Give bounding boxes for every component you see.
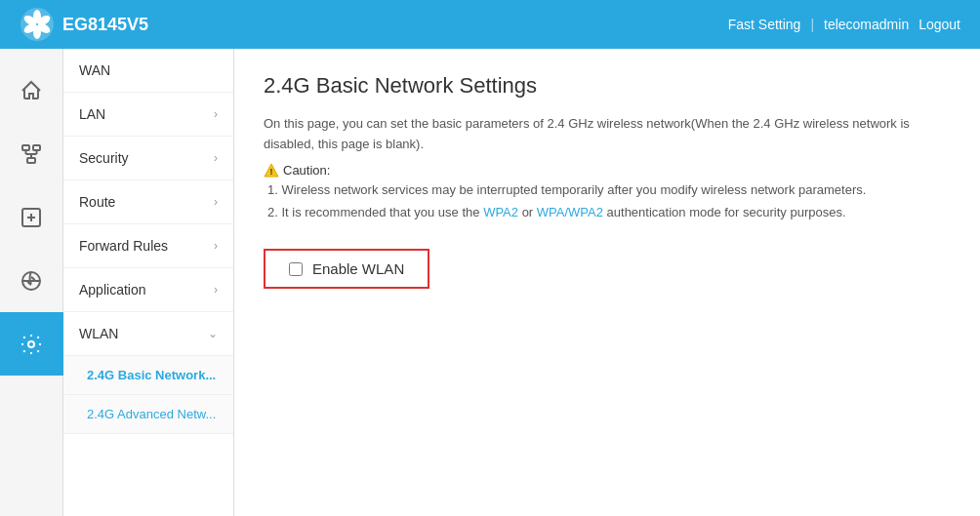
nav-item-forward-rules[interactable]: Forward Rules › bbox=[63, 224, 233, 268]
chevron-down-icon: › bbox=[214, 151, 218, 165]
nav-item-security[interactable]: Security › bbox=[63, 137, 233, 180]
svg-point-19 bbox=[28, 341, 34, 347]
fast-setting-link[interactable]: Fast Setting bbox=[728, 17, 801, 32]
username: telecomadmin bbox=[824, 17, 909, 32]
sidebar-icon-home[interactable] bbox=[0, 59, 63, 122]
nav-sub-label-2g-basic: 2.4G Basic Network... bbox=[87, 368, 216, 382]
caution-list: 1. Wireless network services may be inte… bbox=[267, 179, 951, 224]
enable-wlan-box[interactable]: Enable WLAN bbox=[264, 249, 429, 289]
caution-title: ! Caution: bbox=[264, 163, 951, 179]
chevron-up-icon: ⌄ bbox=[208, 327, 218, 340]
svg-text:!: ! bbox=[270, 167, 273, 177]
nav-sub-item-2g-basic[interactable]: 2.4G Basic Network... bbox=[63, 356, 233, 395]
caution-block: ! Caution: 1. Wireless network services … bbox=[264, 163, 951, 224]
header-divider: | bbox=[810, 17, 814, 32]
nav-item-lan[interactable]: LAN › bbox=[63, 93, 233, 137]
nav-sidebar: WAN LAN › Security › Route › Forward Rul… bbox=[63, 49, 234, 516]
huawei-logo-icon bbox=[20, 7, 55, 42]
header-right: Fast Setting | telecomadmin Logout bbox=[728, 17, 960, 32]
nav-sub-label-2g-advanced: 2.4G Advanced Netw... bbox=[87, 407, 216, 421]
sidebar-icon-monitor[interactable] bbox=[0, 249, 63, 312]
header: EG8145V5 Fast Setting | telecomadmin Log… bbox=[0, 0, 980, 49]
settings-icon bbox=[20, 333, 43, 356]
chevron-down-icon: › bbox=[214, 107, 218, 121]
sidebar-icon-network[interactable] bbox=[0, 122, 63, 185]
caution-label: Caution: bbox=[283, 163, 330, 178]
nav-label-forward-rules: Forward Rules bbox=[79, 238, 168, 254]
logo: EG8145V5 bbox=[20, 7, 148, 42]
home-icon bbox=[20, 79, 43, 102]
sidebar-icon-settings[interactable] bbox=[0, 312, 63, 376]
plus-square-icon bbox=[20, 206, 43, 229]
chevron-down-icon: › bbox=[214, 283, 218, 297]
svg-rect-9 bbox=[27, 158, 35, 163]
nav-item-application[interactable]: Application › bbox=[63, 268, 233, 312]
sidebar-icon-plus[interactable] bbox=[0, 185, 63, 249]
main-content: 2.4G Basic Network Settings On this page… bbox=[234, 49, 980, 516]
nav-item-wan[interactable]: WAN bbox=[63, 49, 233, 93]
page-description: On this page, you can set the basic para… bbox=[264, 114, 951, 155]
nav-item-route[interactable]: Route › bbox=[63, 180, 233, 224]
nav-label-lan: LAN bbox=[79, 106, 105, 122]
layout: WAN LAN › Security › Route › Forward Rul… bbox=[0, 49, 980, 516]
nav-label-wlan: WLAN bbox=[79, 326, 118, 341]
nav-label-application: Application bbox=[79, 282, 146, 298]
chevron-down-icon: › bbox=[214, 195, 218, 209]
icon-sidebar bbox=[0, 49, 63, 516]
svg-rect-7 bbox=[22, 145, 29, 150]
nav-sub-item-2g-advanced[interactable]: 2.4G Advanced Netw... bbox=[63, 395, 233, 434]
nav-label-security: Security bbox=[79, 150, 129, 166]
svg-rect-8 bbox=[33, 145, 40, 150]
caution-item-2: 2. It is recommended that you use the WP… bbox=[267, 201, 951, 223]
wpawpa2-highlight: WPA/WPA2 bbox=[537, 205, 603, 219]
nav-label-wan: WAN bbox=[79, 62, 110, 78]
enable-wlan-label[interactable]: Enable WLAN bbox=[312, 260, 404, 277]
monitor-icon bbox=[20, 269, 43, 293]
enable-wlan-checkbox[interactable] bbox=[289, 262, 303, 276]
warning-icon: ! bbox=[264, 163, 279, 179]
page-title: 2.4G Basic Network Settings bbox=[264, 73, 951, 99]
logout-link[interactable]: Logout bbox=[919, 17, 960, 32]
nav-label-route: Route bbox=[79, 194, 115, 210]
logo-text: EG8145V5 bbox=[62, 15, 148, 35]
chevron-down-icon: › bbox=[214, 239, 218, 253]
wpa2-highlight: WPA2 bbox=[483, 205, 518, 219]
nav-item-wlan[interactable]: WLAN ⌄ bbox=[63, 312, 233, 356]
caution-item-1: 1. Wireless network services may be inte… bbox=[267, 179, 951, 201]
network-icon bbox=[20, 142, 43, 166]
